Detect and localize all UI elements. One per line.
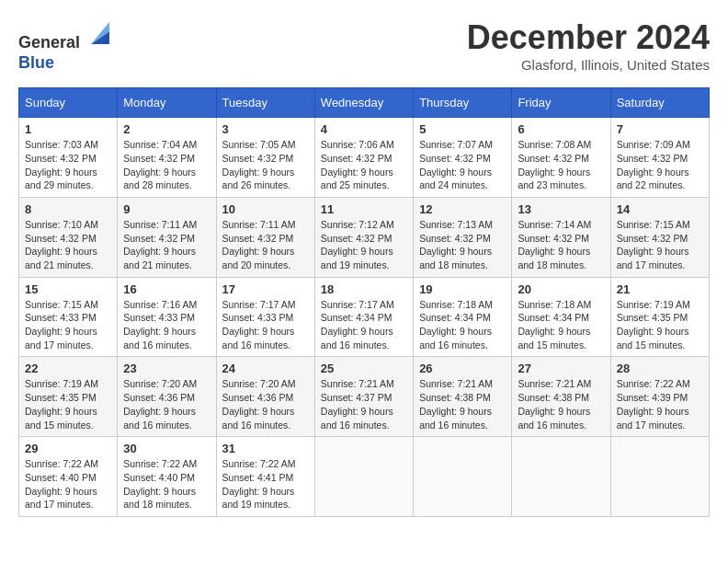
day-info: Sunrise: 7:21 AM Sunset: 4:38 PM Dayligh… bbox=[419, 378, 493, 430]
calendar-cell: 8 Sunrise: 7:10 AM Sunset: 4:32 PM Dayli… bbox=[19, 197, 118, 277]
title-area: December 2024 Glasford, Illinois, United… bbox=[467, 18, 710, 73]
calendar-cell: 27 Sunrise: 7:21 AM Sunset: 4:38 PM Dayl… bbox=[512, 357, 610, 437]
day-number: 24 bbox=[222, 362, 309, 375]
day-info: Sunrise: 7:05 AM Sunset: 4:32 PM Dayligh… bbox=[222, 139, 296, 190]
day-info: Sunrise: 7:07 AM Sunset: 4:32 PM Dayligh… bbox=[419, 139, 493, 190]
day-number: 4 bbox=[321, 122, 407, 136]
calendar-cell: 11 Sunrise: 7:12 AM Sunset: 4:32 PM Dayl… bbox=[314, 197, 413, 277]
day-number: 27 bbox=[518, 362, 604, 375]
calendar-cell: 2 Sunrise: 7:04 AM Sunset: 4:32 PM Dayli… bbox=[118, 118, 216, 198]
day-number: 1 bbox=[25, 122, 111, 136]
calendar-cell: 31 Sunrise: 7:22 AM Sunset: 4:41 PM Dayl… bbox=[216, 437, 314, 517]
calendar-week-2: 8 Sunrise: 7:10 AM Sunset: 4:32 PM Dayli… bbox=[19, 197, 710, 277]
day-info: Sunrise: 7:04 AM Sunset: 4:32 PM Dayligh… bbox=[123, 139, 197, 190]
page-header: General Blue December 2024 Glasford, Ill… bbox=[18, 18, 710, 73]
day-info: Sunrise: 7:18 AM Sunset: 4:34 PM Dayligh… bbox=[419, 299, 493, 350]
day-info: Sunrise: 7:08 AM Sunset: 4:32 PM Dayligh… bbox=[518, 139, 591, 190]
day-info: Sunrise: 7:11 AM Sunset: 4:32 PM Dayligh… bbox=[123, 219, 197, 270]
day-number: 30 bbox=[123, 442, 210, 455]
calendar-cell: 16 Sunrise: 7:16 AM Sunset: 4:33 PM Dayl… bbox=[118, 277, 216, 357]
day-info: Sunrise: 7:22 AM Sunset: 4:41 PM Dayligh… bbox=[222, 458, 296, 510]
day-number: 23 bbox=[123, 362, 210, 375]
calendar-cell: 12 Sunrise: 7:13 AM Sunset: 4:32 PM Dayl… bbox=[414, 197, 512, 277]
day-info: Sunrise: 7:10 AM Sunset: 4:32 PM Dayligh… bbox=[25, 219, 98, 270]
day-info: Sunrise: 7:15 AM Sunset: 4:32 PM Dayligh… bbox=[617, 219, 690, 270]
logo-icon bbox=[84, 18, 113, 48]
day-number: 8 bbox=[25, 202, 111, 216]
day-number: 15 bbox=[25, 282, 111, 296]
day-number: 9 bbox=[123, 202, 210, 216]
calendar-cell: 7 Sunrise: 7:09 AM Sunset: 4:32 PM Dayli… bbox=[610, 118, 709, 198]
day-info: Sunrise: 7:21 AM Sunset: 4:38 PM Dayligh… bbox=[518, 378, 591, 430]
calendar-table: SundayMondayTuesdayWednesdayThursdayFrid… bbox=[18, 87, 710, 517]
day-number: 11 bbox=[321, 202, 407, 216]
day-number: 29 bbox=[25, 442, 111, 455]
logo-blue: Blue bbox=[18, 53, 54, 72]
day-info: Sunrise: 7:22 AM Sunset: 4:40 PM Dayligh… bbox=[123, 458, 197, 510]
weekday-header-monday: Monday bbox=[118, 88, 216, 118]
day-number: 6 bbox=[518, 122, 604, 136]
calendar-cell: 14 Sunrise: 7:15 AM Sunset: 4:32 PM Dayl… bbox=[610, 197, 709, 277]
day-info: Sunrise: 7:11 AM Sunset: 4:32 PM Dayligh… bbox=[222, 219, 296, 270]
day-info: Sunrise: 7:21 AM Sunset: 4:37 PM Dayligh… bbox=[321, 378, 394, 430]
calendar-cell: 25 Sunrise: 7:21 AM Sunset: 4:37 PM Dayl… bbox=[314, 357, 413, 437]
day-info: Sunrise: 7:18 AM Sunset: 4:34 PM Dayligh… bbox=[518, 299, 591, 350]
calendar-cell: 29 Sunrise: 7:22 AM Sunset: 4:40 PM Dayl… bbox=[19, 437, 118, 517]
calendar-week-3: 15 Sunrise: 7:15 AM Sunset: 4:33 PM Dayl… bbox=[19, 277, 710, 357]
weekday-header-tuesday: Tuesday bbox=[216, 88, 314, 118]
day-number: 21 bbox=[617, 282, 703, 296]
calendar-week-1: 1 Sunrise: 7:03 AM Sunset: 4:32 PM Dayli… bbox=[19, 118, 710, 198]
day-info: Sunrise: 7:20 AM Sunset: 4:36 PM Dayligh… bbox=[123, 378, 197, 430]
day-info: Sunrise: 7:09 AM Sunset: 4:32 PM Dayligh… bbox=[617, 139, 690, 190]
day-info: Sunrise: 7:15 AM Sunset: 4:33 PM Dayligh… bbox=[25, 299, 98, 350]
calendar-cell: 28 Sunrise: 7:22 AM Sunset: 4:39 PM Dayl… bbox=[610, 357, 709, 437]
day-number: 25 bbox=[321, 362, 407, 375]
day-number: 26 bbox=[419, 362, 506, 375]
day-info: Sunrise: 7:12 AM Sunset: 4:32 PM Dayligh… bbox=[321, 219, 394, 270]
weekday-header-thursday: Thursday bbox=[414, 88, 512, 118]
weekday-header-wednesday: Wednesday bbox=[314, 88, 413, 118]
day-number: 2 bbox=[123, 122, 210, 136]
weekday-header-saturday: Saturday bbox=[610, 88, 709, 118]
calendar-cell: 22 Sunrise: 7:19 AM Sunset: 4:35 PM Dayl… bbox=[19, 357, 118, 437]
calendar-cell: 10 Sunrise: 7:11 AM Sunset: 4:32 PM Dayl… bbox=[216, 197, 314, 277]
day-info: Sunrise: 7:06 AM Sunset: 4:32 PM Dayligh… bbox=[321, 139, 394, 190]
calendar-cell: 5 Sunrise: 7:07 AM Sunset: 4:32 PM Dayli… bbox=[414, 118, 512, 198]
day-number: 14 bbox=[617, 202, 703, 216]
calendar-cell: 18 Sunrise: 7:17 AM Sunset: 4:34 PM Dayl… bbox=[314, 277, 413, 357]
day-number: 13 bbox=[518, 202, 604, 216]
calendar-cell: 26 Sunrise: 7:21 AM Sunset: 4:38 PM Dayl… bbox=[414, 357, 512, 437]
calendar-title: December 2024 bbox=[467, 18, 710, 57]
weekday-header-friday: Friday bbox=[512, 88, 610, 118]
day-info: Sunrise: 7:20 AM Sunset: 4:36 PM Dayligh… bbox=[222, 378, 296, 430]
calendar-cell: 24 Sunrise: 7:20 AM Sunset: 4:36 PM Dayl… bbox=[216, 357, 314, 437]
calendar-cell: 21 Sunrise: 7:19 AM Sunset: 4:35 PM Dayl… bbox=[610, 277, 709, 357]
day-info: Sunrise: 7:17 AM Sunset: 4:34 PM Dayligh… bbox=[321, 299, 394, 350]
calendar-cell: 30 Sunrise: 7:22 AM Sunset: 4:40 PM Dayl… bbox=[118, 437, 216, 517]
day-number: 20 bbox=[518, 282, 604, 296]
calendar-cell: 4 Sunrise: 7:06 AM Sunset: 4:32 PM Dayli… bbox=[314, 118, 413, 198]
day-number: 16 bbox=[123, 282, 210, 296]
calendar-cell: 6 Sunrise: 7:08 AM Sunset: 4:32 PM Dayli… bbox=[512, 118, 610, 198]
calendar-week-5: 29 Sunrise: 7:22 AM Sunset: 4:40 PM Dayl… bbox=[19, 437, 710, 517]
day-info: Sunrise: 7:22 AM Sunset: 4:39 PM Dayligh… bbox=[617, 378, 690, 430]
day-info: Sunrise: 7:19 AM Sunset: 4:35 PM Dayligh… bbox=[617, 299, 690, 350]
logo-general: General bbox=[18, 33, 80, 52]
day-number: 5 bbox=[419, 122, 506, 136]
calendar-cell: 15 Sunrise: 7:15 AM Sunset: 4:33 PM Dayl… bbox=[19, 277, 118, 357]
day-info: Sunrise: 7:22 AM Sunset: 4:40 PM Dayligh… bbox=[25, 458, 98, 510]
day-info: Sunrise: 7:17 AM Sunset: 4:33 PM Dayligh… bbox=[222, 299, 296, 350]
day-info: Sunrise: 7:16 AM Sunset: 4:33 PM Dayligh… bbox=[123, 299, 197, 350]
day-info: Sunrise: 7:13 AM Sunset: 4:32 PM Dayligh… bbox=[419, 219, 493, 270]
day-number: 28 bbox=[617, 362, 703, 375]
day-number: 18 bbox=[321, 282, 407, 296]
logo: General Blue bbox=[18, 18, 113, 73]
calendar-cell: 1 Sunrise: 7:03 AM Sunset: 4:32 PM Dayli… bbox=[19, 118, 118, 198]
calendar-cell: 13 Sunrise: 7:14 AM Sunset: 4:32 PM Dayl… bbox=[512, 197, 610, 277]
weekday-header-sunday: Sunday bbox=[19, 88, 118, 118]
calendar-cell bbox=[610, 437, 709, 517]
day-number: 7 bbox=[617, 122, 703, 136]
calendar-subtitle: Glasford, Illinois, United States bbox=[467, 57, 710, 73]
calendar-cell: 23 Sunrise: 7:20 AM Sunset: 4:36 PM Dayl… bbox=[118, 357, 216, 437]
calendar-cell bbox=[512, 437, 610, 517]
